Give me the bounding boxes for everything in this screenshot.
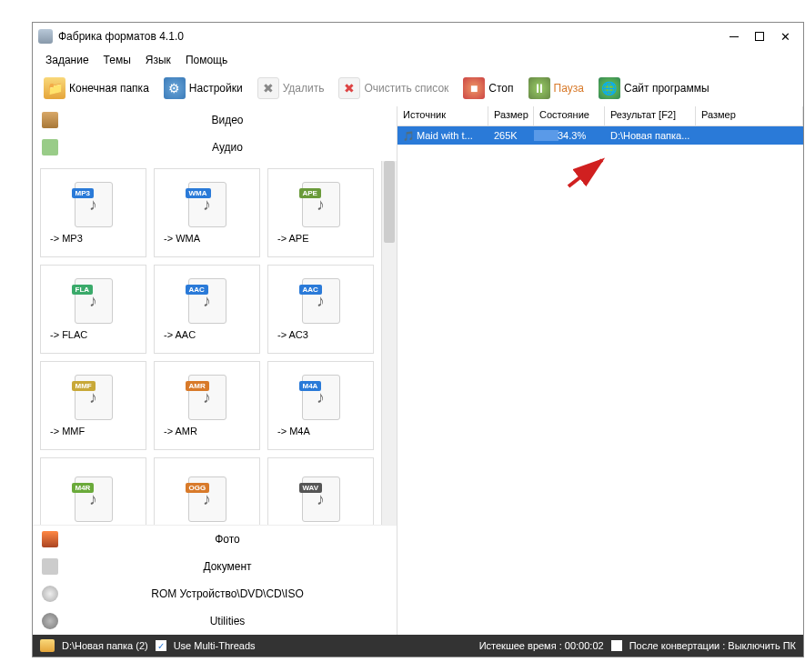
minimize-button[interactable] — [721, 27, 747, 45]
doc-icon — [42, 558, 58, 575]
format-icon: AMR♪ — [188, 375, 226, 420]
cat-video[interactable]: Видео — [33, 106, 397, 134]
format-icon: WAV♪ — [302, 476, 340, 522]
pause-label: Пауза — [554, 82, 584, 95]
format-icon: WMA♪ — [188, 182, 226, 227]
format-card-wma[interactable]: WMA♪-> WMA — [154, 168, 260, 257]
menubar: Задание Темы Язык Помощь — [33, 50, 803, 70]
globe-icon: 🌐 — [599, 77, 620, 99]
delete-label: Удалить — [283, 82, 325, 95]
format-card-ogg[interactable]: OGG♪ — [154, 457, 260, 525]
format-card-mp3[interactable]: MP3♪-> MP3 — [40, 168, 146, 257]
format-tag: WAV — [299, 483, 323, 493]
format-card-m4a[interactable]: M4A♪-> M4A — [267, 361, 374, 450]
format-label: -> MMF — [41, 426, 85, 436]
multithread-checkbox[interactable]: ✓ — [156, 640, 166, 651]
elapsed-label: Истекшее время : 00:00:02 — [479, 640, 604, 651]
col-state[interactable]: Состояние — [534, 106, 605, 125]
cat-video-label: Видео — [67, 114, 387, 126]
format-card-wav[interactable]: WAV♪ — [267, 457, 374, 525]
task-progress-text: 34.3% — [539, 130, 586, 141]
menu-themes[interactable]: Темы — [98, 52, 136, 68]
window-title: Фабрика форматов 4.1.0 — [58, 30, 721, 43]
site-label: Сайт программы — [624, 82, 709, 95]
format-icon: M4A♪ — [302, 375, 340, 420]
scrollbar[interactable] — [381, 161, 397, 525]
format-card-fla[interactable]: FLA♪-> FLAC — [40, 265, 146, 354]
cat-doc-label: Документ — [67, 560, 387, 573]
col-result[interactable]: Результат [F2] — [605, 106, 696, 125]
format-card-aac[interactable]: AAC♪-> AC3 — [267, 265, 374, 354]
menu-lang[interactable]: Язык — [140, 52, 176, 68]
right-pane: Источник Размер Состояние Результат [F2]… — [397, 106, 803, 635]
settings-button[interactable]: ⚙ Настройки — [158, 74, 248, 103]
settings-label: Настройки — [189, 82, 243, 95]
format-label: -> WMA — [155, 233, 200, 244]
pause-button[interactable]: ⏸ Пауза — [523, 74, 589, 103]
stop-button[interactable]: ■ Стоп — [458, 74, 518, 103]
cat-doc[interactable]: Документ — [33, 553, 397, 580]
outfolder-label: Конечная папка — [69, 82, 149, 95]
menu-help[interactable]: Помощь — [180, 52, 233, 68]
format-icon: OGG♪ — [188, 476, 226, 522]
cat-photo[interactable]: Фото — [33, 526, 397, 553]
format-tag: AAC — [186, 285, 208, 295]
format-tag: MP3 — [72, 188, 94, 198]
photo-icon — [42, 531, 58, 547]
app-icon — [38, 29, 53, 44]
left-pane: Видео Аудио MP3♪-> MP3WMA♪-> WMAAPE♪-> A… — [33, 106, 397, 635]
menu-task[interactable]: Задание — [40, 52, 95, 68]
format-tag: WMA — [186, 188, 211, 198]
cat-rom-label: ROM Устройство\DVD\CD\ISO — [67, 587, 387, 600]
audio-icon — [42, 139, 58, 155]
formats-grid: MP3♪-> MP3WMA♪-> WMAAPE♪-> APEFLA♪-> FLA… — [33, 161, 381, 525]
statusbar-path: D:\Новая папка (2) — [62, 640, 148, 651]
format-tag: APE — [299, 188, 321, 198]
cat-util[interactable]: Utilities — [33, 607, 397, 635]
task-state: 34.3% — [534, 128, 605, 143]
format-tag: MMF — [72, 381, 96, 391]
maximize-button[interactable] — [747, 27, 772, 45]
task-columns: Источник Размер Состояние Результат [F2]… — [397, 106, 803, 126]
titlebar: Фабрика форматов 4.1.0 — [33, 23, 803, 50]
clear-button[interactable]: ✖ Очистить список — [333, 74, 454, 103]
format-card-amr[interactable]: AMR♪-> AMR — [154, 361, 260, 450]
task-row[interactable]: 🎵 Maid with t... 265K 34.3% D:\Новая пап… — [397, 126, 803, 145]
util-icon — [42, 613, 58, 629]
outfolder-button[interactable]: 📁 Конечная папка — [38, 74, 155, 103]
site-button[interactable]: 🌐 Сайт программы — [593, 74, 715, 103]
video-icon — [42, 112, 58, 128]
format-tag: FLA — [72, 285, 94, 295]
format-label: -> AC3 — [268, 329, 308, 340]
format-tag: M4R — [72, 483, 95, 493]
delete-button[interactable]: ✖ Удалить — [252, 74, 330, 103]
format-tag: AAC — [299, 285, 322, 295]
format-card-m4r[interactable]: M4R♪ — [40, 457, 146, 525]
format-tag: AMR — [186, 381, 209, 391]
col-size2[interactable]: Размер — [696, 106, 803, 125]
format-label: -> MP3 — [41, 233, 83, 244]
format-card-ape[interactable]: APE♪-> APE — [267, 168, 374, 257]
cat-rom[interactable]: ROM Устройство\DVD\CD\ISO — [33, 580, 397, 607]
format-card-aac[interactable]: AAC♪-> AAC — [154, 265, 260, 354]
toolbar: 📁 Конечная папка ⚙ Настройки ✖ Удалить ✖… — [33, 70, 803, 106]
format-icon: APE♪ — [302, 182, 340, 227]
task-size: 265K — [488, 128, 534, 143]
task-source: Maid with t... — [417, 130, 473, 141]
multithread-label: Use Multi-Threads — [174, 640, 256, 651]
col-source[interactable]: Источник — [397, 106, 488, 125]
cat-util-label: Utilities — [67, 615, 387, 627]
audio-file-icon: 🎵 — [403, 131, 414, 141]
format-icon: MMF♪ — [75, 375, 113, 420]
statusbar-folder-icon[interactable] — [40, 639, 55, 652]
col-size[interactable]: Размер — [488, 106, 534, 125]
cat-photo-label: Фото — [67, 533, 387, 546]
scroll-thumb[interactable] — [384, 161, 395, 243]
cat-audio[interactable]: Аудио — [33, 134, 397, 161]
after-checkbox[interactable] — [611, 640, 622, 651]
format-label: -> FLAC — [41, 329, 87, 340]
close-button[interactable] — [772, 27, 798, 45]
format-card-mmf[interactable]: MMF♪-> MMF — [40, 361, 146, 450]
format-icon: MP3♪ — [75, 182, 113, 227]
format-icon: FLA♪ — [75, 278, 113, 324]
